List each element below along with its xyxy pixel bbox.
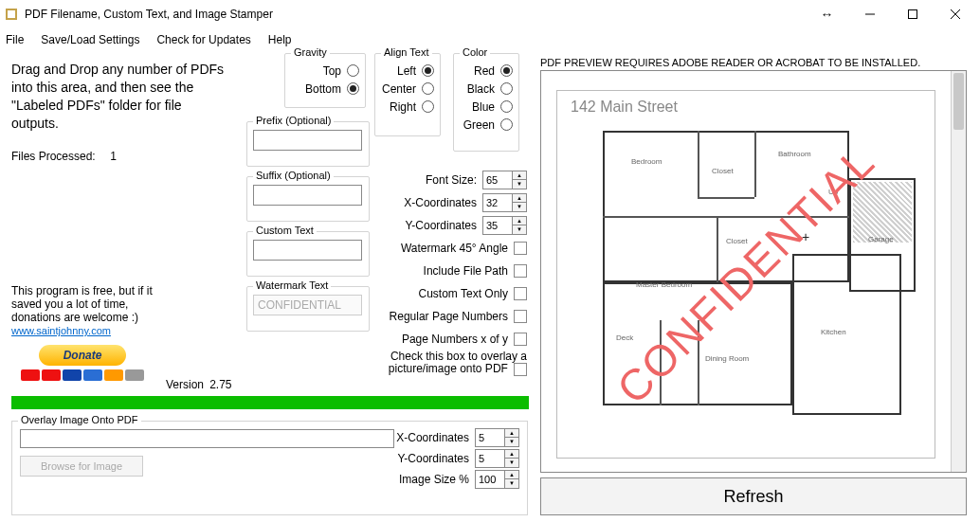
align-right-radio[interactable] [422, 100, 434, 113]
x-coord-spinner[interactable]: ▲▼ [482, 193, 527, 212]
overlay-path-input[interactable] [20, 429, 394, 448]
pagenum-xofy-checkbox[interactable] [514, 333, 527, 346]
color-green-radio[interactable] [500, 118, 513, 131]
menu-help[interactable]: Help [268, 33, 292, 46]
filepath-checkbox[interactable] [514, 264, 527, 278]
overlay-x-spinner[interactable]: ▲▼ [475, 428, 519, 447]
color-group: Color Red Black Blue Green [453, 53, 519, 152]
donate-text: This program is free, but if it saved yo… [11, 284, 163, 324]
watermark-text-group: Watermark Text [246, 286, 370, 332]
overlay-image-group: Overlay Image Onto PDF Browse for Image … [11, 421, 528, 515]
author-link[interactable]: www.saintjohnny.com [11, 325, 111, 336]
font-size-spinner[interactable]: ▲▼ [482, 171, 527, 189]
custom-text-input[interactable] [253, 240, 362, 261]
custom-text-group: Custom Text [246, 231, 370, 277]
close-button[interactable] [934, 0, 976, 28]
angle-checkbox[interactable] [514, 242, 527, 255]
files-processed: Files Processed: 1 [11, 148, 229, 163]
gravity-top-radio[interactable] [347, 64, 359, 77]
preview-warning: PDF PREVIEW REQUIRES ADOBE READER OR ACR… [540, 57, 920, 68]
preview-page: 142 Main Street Bedroom Bathroom [556, 90, 935, 459]
suffix-input[interactable] [253, 185, 362, 206]
svg-rect-3 [908, 10, 916, 19]
minimize-button[interactable] [848, 0, 891, 28]
watermark-text-input [253, 295, 362, 315]
donate-block: This program is free, but if it saved yo… [11, 284, 163, 385]
y-coord-spinner[interactable]: ▲▼ [482, 216, 527, 235]
window-title: PDF Filename, Custom Text, and Image Sta… [25, 8, 273, 21]
overlay-note: Check this box to overlay a picture/imag… [379, 351, 527, 376]
overlay-y-spinner[interactable]: ▲▼ [475, 449, 519, 468]
regular-pagenum-checkbox[interactable] [514, 310, 527, 323]
instructions-text: Drag and Drop any number of PDFs into th… [11, 61, 229, 133]
payment-cards-icon [11, 368, 154, 381]
color-black-radio[interactable] [500, 82, 513, 95]
overlay-size-spinner[interactable]: ▲▼ [475, 470, 519, 489]
pdf-preview: 142 Main Street Bedroom Bathroom [540, 70, 967, 473]
overlay-checkbox[interactable] [514, 363, 527, 376]
suffix-group: Suffix (Optional) [246, 176, 370, 222]
color-blue-radio[interactable] [500, 100, 513, 113]
prefix-input[interactable] [253, 130, 362, 151]
titlebar: PDF Filename, Custom Text, and Image Sta… [0, 0, 980, 28]
menu-file[interactable]: File [6, 33, 24, 46]
custom-only-checkbox[interactable] [514, 287, 527, 300]
align-left-radio[interactable] [422, 64, 434, 77]
gravity-bottom-radio[interactable] [347, 82, 359, 95]
svg-rect-1 [8, 10, 15, 18]
align-center-radio[interactable] [422, 82, 434, 95]
maximize-button[interactable] [891, 0, 934, 28]
refresh-button[interactable]: Refresh [540, 477, 967, 515]
menu-updates[interactable]: Check for Updates [156, 33, 250, 46]
version-label: Version 2.75 [166, 378, 232, 391]
controls-column: Font Size: ▲▼ X-Coordinates ▲▼ Y-Coordin… [379, 169, 527, 351]
app-icon [4, 7, 19, 22]
progress-bar [11, 396, 529, 409]
preview-scrollbar[interactable] [951, 71, 966, 472]
menu-saveload[interactable]: Save/Load Settings [41, 33, 139, 46]
browse-image-button: Browse for Image [20, 456, 143, 477]
align-group: Align Text Left Center Right [374, 53, 441, 136]
prefix-group: Prefix (Optional) [246, 121, 370, 167]
move-icon[interactable]: ↔ [806, 0, 848, 28]
gravity-group: Gravity Top Bottom [284, 53, 366, 108]
color-red-radio[interactable] [500, 64, 513, 77]
drop-area[interactable]: Drag and Drop any number of PDFs into th… [11, 61, 229, 163]
donate-button[interactable]: Donate [11, 343, 154, 385]
preview-address: 142 Main Street [571, 99, 678, 116]
